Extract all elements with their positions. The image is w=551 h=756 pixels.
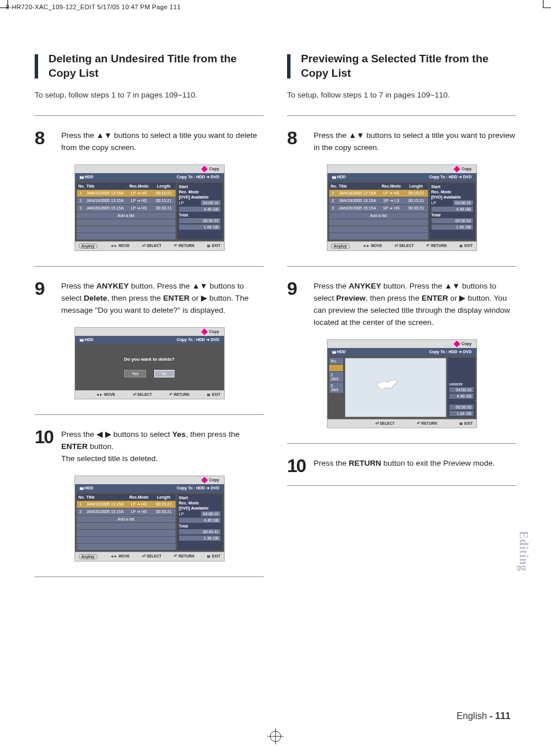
dialog-yes-button[interactable]: Yes: [124, 370, 146, 377]
divider: [287, 485, 516, 486]
step-text: Press the ▲▼ buttons to select a title y…: [61, 129, 264, 154]
diamond-icon: [201, 166, 207, 173]
setup-text: To setup, follow steps 1 to 7 in pages 1…: [287, 91, 516, 99]
right-column: Previewing a Selected Title from the Cop…: [287, 52, 516, 590]
osd-screenshot-preview: Copy 🖴 HDDCopy To : HDD ➔ DVD No. 2 JAN …: [327, 339, 477, 428]
step-number: 9: [287, 279, 308, 298]
step-text: Press the ◀ ▶ buttons to select Yes, the…: [61, 428, 264, 465]
step-number: 8: [35, 129, 55, 147]
step-number: 9: [35, 279, 55, 298]
step-number: 10: [35, 428, 55, 446]
divider: [35, 115, 264, 116]
divider: [287, 266, 516, 267]
registration-mark: [267, 728, 284, 744]
section-title: Deleting an Undesired Title from the Cop…: [49, 52, 264, 80]
step-number: 10: [287, 456, 308, 475]
divider: [287, 443, 516, 444]
print-header: 9-HR720-XAC_109-122_EDIT 5/17/05 10:47 P…: [6, 3, 181, 10]
osd-screenshot: Copy 🖴 HDDCopy To : HDD ➔ DVD No.TitleRe…: [75, 164, 225, 251]
osd-screenshot: Copy 🖴 HDDCopy To : HDD ➔ DVD No.TitleRe…: [327, 164, 477, 251]
step-text: Press the ANYKEY button. Press the ▲▼ bu…: [314, 279, 516, 329]
step-text: Press the ▲▼ buttons to select a title y…: [314, 129, 516, 154]
step-text: Press the RETURN button to exit the Prev…: [314, 456, 495, 470]
divider: [35, 266, 264, 267]
bird-icon: [375, 376, 400, 391]
dialog-no-button[interactable]: No: [154, 370, 174, 377]
step-text: Press the ANYKEY button. Press the ▲▼ bu…: [61, 279, 264, 317]
step-number: 8: [287, 129, 308, 147]
crop-mark: [543, 0, 551, 8]
section-bar: [35, 54, 38, 78]
osd-screenshot-dialog: Copy 🖴 HDDCopy To : HDD ➔ DVD Do you wan…: [75, 327, 225, 399]
osd-screenshot: Copy 🖴 HDDCopy To : HDD ➔ DVD No.TitleRe…: [75, 476, 225, 562]
page-footer: English - 111: [457, 711, 511, 721]
section-bar: [287, 54, 291, 78]
side-tab-label: Editing: [517, 531, 530, 571]
divider: [35, 577, 264, 577]
left-column: Deleting an Undesired Title from the Cop…: [35, 52, 264, 590]
setup-text: To setup, follow steps 1 to 7 in pages 1…: [35, 91, 264, 99]
divider: [35, 414, 264, 415]
divider: [287, 115, 516, 116]
section-title: Previewing a Selected Title from the Cop…: [301, 52, 516, 80]
preview-window: [345, 358, 446, 417]
